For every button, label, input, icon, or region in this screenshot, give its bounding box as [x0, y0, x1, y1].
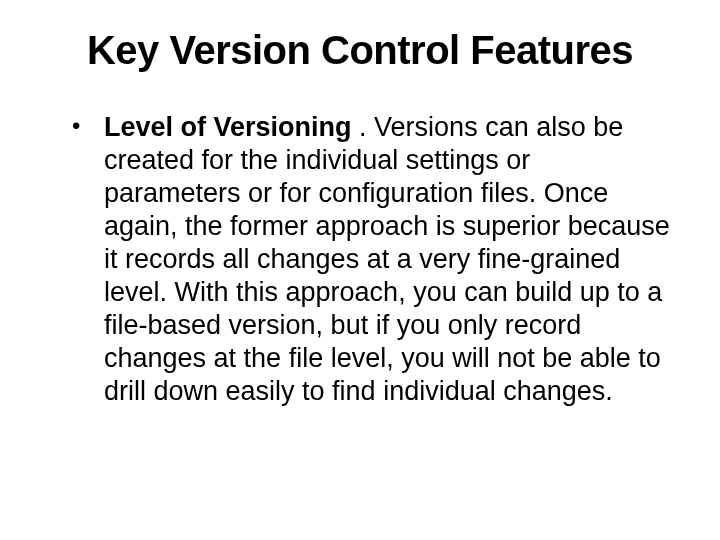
slide-title: Key Version Control Features: [48, 28, 672, 73]
slide: Key Version Control Features Level of Ve…: [0, 0, 720, 540]
bullet-lead: Level of Versioning: [104, 112, 359, 142]
list-item: Level of Versioning . Versions can also …: [96, 111, 672, 407]
bullet-body: . Versions can also be created for the i…: [104, 112, 670, 406]
bullet-list: Level of Versioning . Versions can also …: [48, 111, 672, 407]
